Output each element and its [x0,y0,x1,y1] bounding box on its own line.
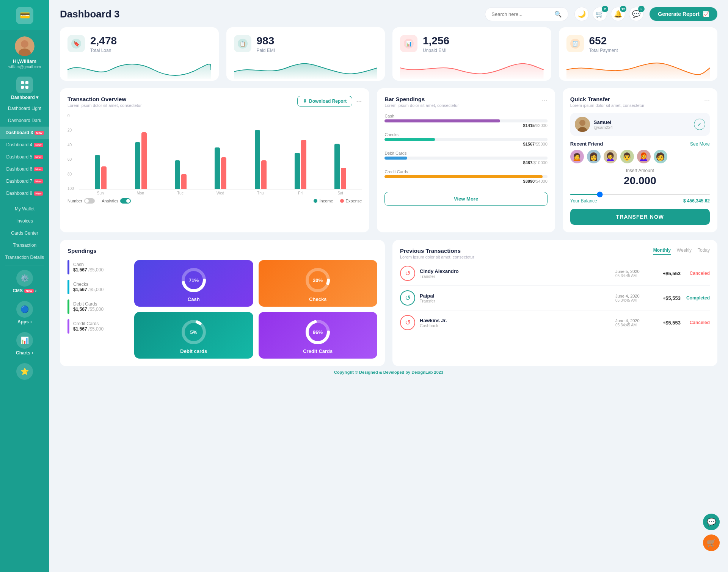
income-bar-thu [255,130,260,189]
view-more-button[interactable]: View More [384,192,547,206]
support-float-btn[interactable]: 💬 [703,514,720,530]
see-more-link[interactable]: See More [690,141,710,147]
quick-transfer-header: Quick Transfer Lorem ipsum dolor sit ame… [570,96,710,108]
sidebar-item-dashboard-dark[interactable]: Dashboard Dark [0,114,49,127]
sidebar-item-my-wallet[interactable]: My Wallet [0,203,49,215]
svg-rect-0 [21,81,24,84]
income-bar-fri [295,153,300,189]
friend-avatar-1[interactable]: 🙍 [570,150,584,163]
amount-slider[interactable] [570,194,710,195]
expense-bar-fri [301,140,306,189]
income-bar-sat [334,144,340,189]
transaction-overview-subtitle: Lorem ipsum dolor sit amet, consectetur [67,103,142,108]
sidebar-item-invoices[interactable]: Invoices [0,215,49,227]
friend-avatar-3[interactable]: 👩‍🦱 [604,150,617,163]
spending-cash-label: Cash [384,114,547,118]
dashboard-menu-label[interactable]: Dashboard ▾ [11,95,38,100]
sidebar-item-dashboard-5[interactable]: Dashboard 5 New [0,151,49,163]
friend-avatar-5[interactable]: 👩‍🦰 [637,150,651,163]
tab-weekly[interactable]: Weekly [677,248,692,255]
user-email: william@gmail.com [8,65,41,69]
tab-monthly[interactable]: Monthly [653,248,671,255]
checks-amount: $1,567 /$5,000 [73,287,104,292]
sidebar-item-dashboard-7[interactable]: Dashboard 7 New [0,175,49,187]
bar-spendings-list: Cash $1415 /$2000 Checks $1567 [384,114,547,183]
sidebar-section-cms[interactable]: ⚙️ CMS New › [0,267,49,295]
cart-icon-btn[interactable]: 🛒 2 [593,7,607,21]
search-bar[interactable]: 🔍 [485,7,568,21]
apps-icon: 🔵 [16,301,33,318]
download-report-button[interactable]: ⬇ Download Report [297,96,352,107]
qt-check-icon[interactable]: ✓ [694,119,705,130]
bar-group-sat [320,144,360,189]
donut-svg-debit: 5% [180,319,207,345]
message-badge: 5 [638,6,645,12]
insert-amount-label: Insert Amount [570,168,710,173]
charts-icon: 📊 [16,332,33,349]
sidebar-section-apps[interactable]: 🔵 Apps › [0,298,49,326]
sidebar-item-dashboard-4[interactable]: Dashboard 4 New [0,139,49,151]
bell-badge: 12 [620,6,626,12]
bell-icon-btn[interactable]: 🔔 12 [611,7,625,21]
transfer-now-button[interactable]: TRANSFER NOW [570,209,710,225]
sidebar-item-transaction[interactable]: Transaction [0,239,49,251]
more-options-button[interactable]: ··· [356,97,362,105]
analytics-toggle[interactable] [120,198,131,204]
total-loan-label: Total Loan [90,48,117,53]
sidebar-item-dashboard-3[interactable]: Dashboard 3 New [0,127,49,139]
qt-user-avatar [575,117,590,132]
expense-bar-wed [221,157,226,189]
quick-transfer-subtitle: Lorem ipsum dolor sit amet, consectetur [570,103,645,108]
friend-avatar-2[interactable]: 👩 [587,150,601,163]
sidebar-item-dashboard-6[interactable]: Dashboard 6 New [0,163,49,175]
svg-text:🔖: 🔖 [73,41,80,47]
expense-bar-thu [261,160,267,189]
dashboard-grid-icon[interactable] [16,77,33,93]
transaction-overview-header: Transaction Overview Lorem ipsum dolor s… [67,96,362,108]
total-payment-label: Total Payment [589,48,618,53]
generate-report-button[interactable]: Generate Report 📈 [650,7,717,21]
sidebar-item-cards-center[interactable]: Cards Center [0,227,49,239]
sidebar-logo: 💳 [0,0,49,30]
sidebar-section-star[interactable]: ⭐ [0,360,49,383]
paid-emi-icon: 📋 [234,35,251,52]
sidebar-item-dashboard-8[interactable]: Dashboard 8 New [0,187,49,199]
spending-checks-track [384,138,547,141]
sidebar-section-charts[interactable]: 📊 Charts › [0,329,49,357]
transaction-item-3: ↺ Hawkins Jr. Cashback June 4, 2020 05:3… [400,310,710,335]
svg-rect-3 [25,86,28,89]
friend-avatar-6[interactable]: 🧑 [654,150,667,163]
sidebar-nav: Dashboard Light Dashboard Dark Dashboard… [0,102,49,267]
moon-icon-btn[interactable]: 🌙 [574,7,589,21]
page-footer: Copyright © Designed & Developed by Dexi… [60,370,717,378]
paid-emi-number: 983 [257,35,275,47]
cart-badge: 2 [602,6,608,12]
quick-transfer-more-btn[interactable]: ··· [704,96,710,104]
tab-today[interactable]: Today [698,248,710,255]
stat-card-unpaid-emi: 📊 1,256 Unpaid EMI [392,27,551,81]
trans-icon-cancel-3: ↺ [400,315,415,330]
sidebar-item-dashboard-light[interactable]: Dashboard Light [0,102,49,114]
quick-transfer-title: Quick Transfer [570,96,645,102]
trans-status-3: Canceled [685,320,710,325]
income-bar-wed [215,147,220,189]
bar-spendings-more-btn[interactable]: ··· [542,96,548,104]
x-label-wed: Wed [200,191,240,195]
total-payment-number: 652 [589,35,618,47]
spending-debit-track [384,157,547,160]
message-icon-btn[interactable]: 💬 5 [629,7,643,21]
legend-expense: Expense [340,199,362,203]
sidebar-item-transaction-details[interactable]: Transaction Details [0,251,49,263]
debit-amount: $1,567 /$5,000 [73,307,104,312]
badge-new-d7: New [34,179,43,183]
donut-credit-label: Credit Cards [303,348,333,354]
transaction-overview-card: Transaction Overview Lorem ipsum dolor s… [60,88,369,232]
search-input[interactable] [491,11,551,17]
trans-name-block-1: Cindy Alexandro Transfer [420,268,459,279]
credit-amount: $1,567 /$5,000 [73,326,104,332]
recent-friends-header: Recent Friend See More [570,141,710,147]
friend-avatar-4[interactable]: 👨 [620,150,634,163]
svg-text:71%: 71% [189,277,199,283]
cart-float-btn[interactable]: 🛒 [703,534,720,551]
number-toggle[interactable] [84,198,95,204]
